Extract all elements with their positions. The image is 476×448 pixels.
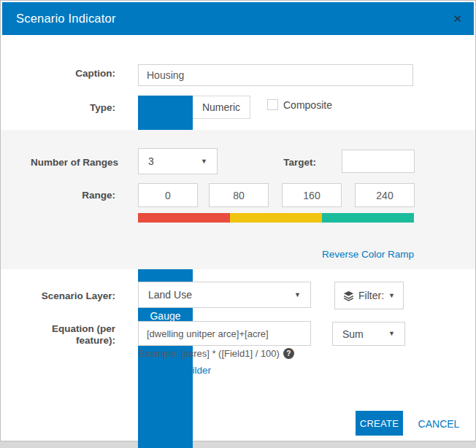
equation-label-line2: feature): [1, 335, 115, 347]
composite-label: Composite [283, 99, 332, 111]
scenario-layer-value: Land Use [148, 289, 192, 301]
scenario-indicator-dialog: Scenario Indicator ✕ Caption: Type: Gaug… [0, 0, 476, 441]
range-input-4[interactable] [355, 183, 415, 207]
ramp-segment-green [322, 213, 414, 223]
caret-down-icon: ▼ [388, 293, 395, 299]
layers-icon [343, 290, 354, 301]
equation-label-line1: Equation (per [1, 323, 115, 335]
composite-checkbox[interactable] [267, 99, 278, 110]
color-ramp [138, 213, 414, 223]
target-label: Target: [243, 157, 316, 169]
range-label: Range: [1, 190, 115, 201]
caret-down-icon: ▼ [201, 158, 207, 165]
close-icon[interactable]: ✕ [453, 13, 462, 24]
target-input[interactable] [342, 150, 415, 173]
type-gauge-label: Gauge [150, 310, 180, 322]
type-label: Type: [1, 102, 115, 114]
ramp-segment-red [138, 213, 230, 223]
range-input-1[interactable] [138, 183, 198, 207]
caption-label: Caption: [1, 68, 115, 80]
caret-down-icon: ▼ [294, 292, 301, 298]
type-numeric-label: Numeric [202, 101, 240, 113]
aggregation-value: Sum [342, 328, 364, 340]
help-icon[interactable]: ? [283, 348, 294, 359]
caption-input[interactable] [138, 64, 413, 86]
create-button[interactable]: CREATE [356, 411, 403, 436]
filter-label: Filter: [358, 290, 384, 301]
number-of-ranges-dropdown[interactable]: 3 ▼ [138, 148, 218, 174]
equation-builder-link[interactable]: Equation Builder [139, 365, 211, 376]
dialog-title: Scenario Indicator [16, 12, 116, 26]
aggregation-dropdown[interactable]: Sum ▼ [332, 322, 405, 346]
range-input-2[interactable] [209, 183, 269, 207]
equation-example-text: Example: [acres] * ([Field1] / 100) [139, 348, 280, 359]
caret-down-icon: ▼ [388, 331, 395, 337]
range-input-3[interactable] [282, 183, 342, 207]
ramp-segment-yellow [230, 213, 322, 223]
number-of-ranges-label: Number of Ranges [1, 157, 118, 169]
equation-label: Equation (per feature): [1, 323, 115, 347]
type-numeric-button[interactable]: Numeric [193, 96, 250, 119]
dialog-header: Scenario Indicator ✕ [2, 2, 474, 35]
cancel-button[interactable]: CANCEL [413, 418, 464, 430]
equation-input[interactable] [138, 321, 311, 346]
number-of-ranges-value: 3 [148, 155, 154, 167]
scenario-layer-dropdown[interactable]: Land Use ▼ [138, 282, 311, 308]
reverse-color-ramp-link[interactable]: Reverse Color Ramp [322, 249, 414, 260]
scenario-layer-label: Scenario Layer: [1, 290, 115, 302]
filter-button[interactable]: Filter: ▼ [334, 282, 404, 309]
